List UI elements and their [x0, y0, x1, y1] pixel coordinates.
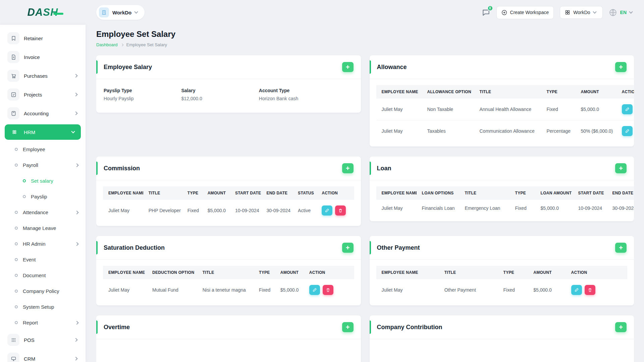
table-row: Juliet May Taxables Communication Allowa… [376, 120, 634, 142]
sidebar-item-pos[interactable]: POS [0, 330, 86, 349]
add-company-contribution-button[interactable] [615, 322, 627, 332]
field-label: Payslip Type [104, 88, 181, 93]
add-loan-button[interactable] [615, 163, 627, 173]
messages-button[interactable]: 0 [482, 8, 490, 17]
sidebar-item-set-salary[interactable]: Set salary [0, 173, 86, 189]
radio-dot-icon [15, 321, 18, 324]
sidebar-item-retainer[interactable]: Retainer [0, 29, 86, 48]
sidebar-item-label: Document [23, 273, 86, 278]
edit-button[interactable] [622, 104, 633, 114]
monitor-icon [7, 353, 19, 362]
workspace-avatar [99, 7, 109, 17]
cell-employee-name: Juliet May [103, 279, 147, 301]
delete-button[interactable] [323, 285, 333, 295]
loan-table-wrap: Employee Name Loan Options Title Type Lo… [370, 180, 634, 221]
sidebar-item-label: Company Policy [23, 288, 86, 294]
globe-icon [609, 8, 617, 17]
sidebar-item-crm[interactable]: CRM [0, 349, 86, 362]
cell-loan-options: Financials Loan [417, 200, 460, 217]
grid-dots-icon [7, 334, 19, 346]
sidebar-item-manage-leave[interactable]: Manage Leave [0, 220, 86, 236]
add-allowance-button[interactable] [615, 62, 627, 72]
check-square-icon [7, 88, 19, 101]
sidebar-item-employee[interactable]: Employee [0, 141, 86, 157]
saturation-deduction-table-wrap: Employee Name Deduction Option Title Typ… [96, 260, 361, 305]
circle-plus-icon [501, 10, 507, 15]
cell-title: Annual Health Allowance [474, 99, 541, 120]
edit-button[interactable] [309, 285, 320, 295]
sidebar-item-hrm[interactable]: HRM [5, 124, 81, 140]
edit-button[interactable] [322, 205, 332, 216]
field-label: Salary [181, 88, 259, 93]
edit-button[interactable] [622, 126, 633, 136]
language-selector[interactable]: EN [609, 8, 634, 17]
topbar-actions: 0 Create Workspace WorkDo EN [482, 6, 634, 19]
column-header: Type [541, 85, 576, 99]
create-workspace-button[interactable]: Create Workspace [496, 6, 554, 19]
sidebar-item-attendance[interactable]: Attendance [0, 204, 86, 220]
chevron-right-icon [74, 93, 77, 96]
card-header: Other Payment [370, 236, 634, 260]
calculator-icon [7, 107, 19, 119]
cell-title: Other Payment [439, 279, 498, 301]
column-header: Title [439, 266, 498, 279]
sidebar-item-label: CRM [24, 356, 70, 362]
cell-title: Emergency Loan [460, 200, 510, 217]
column-header: Start Date [573, 186, 607, 200]
sidebar-item-label: Payslip [31, 194, 86, 199]
sidebar-item-hr-admin[interactable]: HR Admin [0, 236, 86, 252]
field-account-type: Account Type Horizon Bank cash [259, 88, 354, 101]
pencil-icon [625, 129, 630, 133]
cell-deduction-option: Mutual Fund [147, 279, 197, 301]
sidebar-item-invoice[interactable]: Invoice [0, 48, 86, 66]
sidebar-item-projects[interactable]: Projects [0, 85, 86, 104]
breadcrumb-dashboard-link[interactable]: Dashboard [96, 42, 118, 47]
grid-icon [565, 10, 570, 15]
plus-icon [619, 165, 623, 172]
cell-type: Fixed [498, 279, 528, 301]
workdo-menu-button[interactable]: WorkDo [560, 6, 602, 19]
pencil-icon [312, 288, 317, 292]
edit-button[interactable] [571, 285, 582, 295]
sidebar-item-label: Employee [23, 146, 86, 152]
brand-logo[interactable]: DASH [28, 6, 58, 18]
sidebar-item-company-policy[interactable]: Company Policy [0, 283, 86, 299]
cell-type: Percentage [541, 120, 576, 142]
chevron-down-icon [593, 10, 596, 13]
cards-grid: Employee Salary Payslip Type Hourly Pays… [96, 55, 634, 362]
cell-start-date: 10-09-2024 [573, 200, 607, 217]
trash-icon [326, 288, 330, 292]
workspace-selector[interactable]: WorkDo [96, 5, 145, 20]
sidebar-item-payslip[interactable]: Payslip [0, 189, 86, 204]
sidebar-item-label: Event [23, 257, 86, 262]
radio-dot-icon [15, 227, 18, 230]
add-saturation-deduction-button[interactable] [342, 243, 354, 253]
add-overtime-button[interactable] [342, 322, 354, 332]
add-employee-salary-button[interactable] [342, 62, 354, 72]
page-content: Employee Set Salary Dashboard Employee S… [96, 25, 634, 362]
sidebar-item-system-setup[interactable]: System Setup [0, 299, 86, 315]
delete-button[interactable] [585, 285, 595, 295]
sidebar-item-report[interactable]: Report [0, 315, 86, 330]
sidebar-item-payroll[interactable]: Payroll [0, 157, 86, 173]
column-header: Loan Amount [535, 186, 573, 200]
field-value: Hourly Payslip [104, 96, 181, 101]
column-header: Action [304, 266, 354, 279]
sidebar-item-event[interactable]: Event [0, 252, 86, 267]
delete-button[interactable] [335, 205, 346, 216]
sidebar-item-accounting[interactable]: Accounting [0, 104, 86, 123]
commission-card: Commission Employee Name Title Type Amou… [96, 157, 361, 226]
sidebar-item-purchases[interactable]: Purchases [0, 66, 86, 85]
add-other-payment-button[interactable] [615, 243, 627, 253]
messages-badge: 0 [487, 5, 493, 11]
saturation-deduction-table: Employee Name Deduction Option Title Typ… [103, 266, 354, 301]
column-header: Loan Options [417, 186, 460, 200]
sidebar-item-document[interactable]: Document [0, 267, 86, 283]
trash-icon [588, 288, 592, 292]
plus-icon [346, 324, 350, 330]
table-row: Juliet May Financials Loan Emergency Loa… [376, 200, 634, 217]
plus-icon [346, 165, 350, 172]
column-header: Employee Name [376, 85, 422, 99]
add-commission-button[interactable] [342, 163, 354, 173]
sidebar-item-label: Accounting [24, 111, 70, 116]
